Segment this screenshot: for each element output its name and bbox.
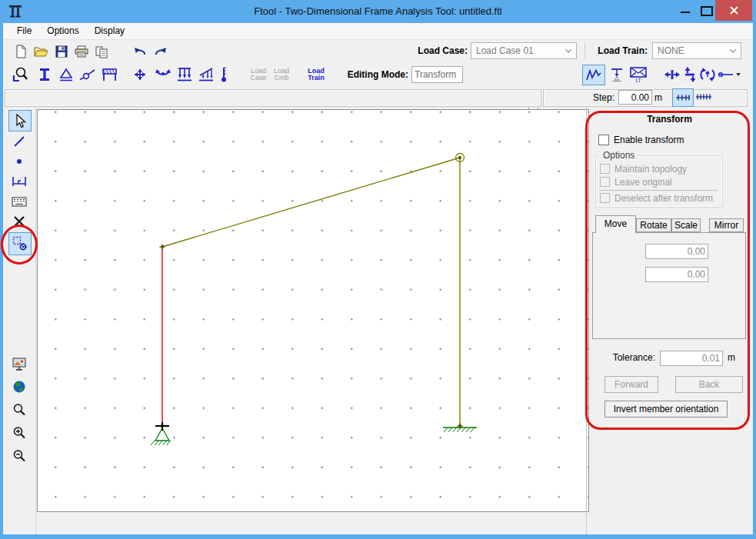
new-file-icon [15, 45, 28, 58]
maximize-button[interactable] [694, 0, 718, 21]
panel-title: Transform [589, 114, 750, 125]
close-button[interactable] [715, 0, 752, 21]
transform-panel: Transform Enable transform Options Maint… [589, 108, 750, 534]
dy-input[interactable]: 0.00 [645, 267, 708, 282]
step-grid-coarse-button[interactable] [672, 88, 694, 107]
member-orientation-dropdown[interactable] [717, 65, 741, 84]
inspect-icon [12, 66, 28, 83]
transform-tool-button[interactable] [8, 232, 32, 255]
i-beam-icon [38, 67, 51, 82]
chevron-down-icon [565, 49, 571, 53]
structure-svg [38, 110, 588, 511]
enable-transform-label: Enable transform [614, 135, 684, 145]
print-button[interactable] [72, 42, 91, 61]
deselect-after-checkbox[interactable] [600, 193, 610, 203]
zoom-in-button[interactable] [8, 423, 30, 443]
load-cmb-mode-button[interactable]: LoadCmb [271, 68, 292, 82]
close-icon [729, 5, 739, 15]
member-line-icon [13, 135, 25, 148]
deselect-after-label: Deselect after transform [614, 193, 713, 204]
moment-load-icon [154, 67, 172, 82]
load-case-mode-button[interactable]: LoadCase [248, 68, 269, 82]
maintain-topology-checkbox[interactable] [600, 164, 610, 174]
load-train-select[interactable]: NONE [652, 42, 741, 59]
zoom-window-button[interactable] [8, 400, 30, 420]
space-vertical-icon [684, 66, 697, 83]
redo-button[interactable] [152, 42, 170, 61]
minimize-icon [681, 12, 690, 13]
titlebar: Ftool - Two-Dimensional Frame Analysis T… [0, 0, 756, 23]
panel-divider [586, 108, 587, 534]
copy-button[interactable] [92, 42, 111, 61]
fit-view-button[interactable] [8, 354, 30, 374]
space-vertical-button[interactable] [683, 65, 698, 84]
invert-member-orientation-button[interactable]: Invert member orientation [604, 401, 728, 418]
load-train-mode-button[interactable]: LoadTrain [305, 68, 328, 82]
nodal-load-button[interactable] [131, 65, 149, 84]
influence-line-icon [586, 69, 601, 82]
uniform-load-button[interactable] [175, 65, 194, 84]
copy-icon [95, 45, 108, 58]
dimension-tool-button[interactable] [8, 171, 30, 191]
globe-icon [12, 380, 26, 394]
model-canvas[interactable] [37, 109, 589, 512]
world-view-button[interactable] [8, 377, 30, 397]
load-case-select[interactable]: Load Case 01 [471, 42, 577, 59]
space-horizontal-button[interactable] [663, 65, 681, 84]
save-button[interactable] [52, 42, 71, 61]
minimize-button[interactable] [674, 0, 697, 21]
linear-load-button[interactable] [197, 65, 215, 84]
select-tool-button[interactable] [8, 110, 32, 131]
leave-original-label: Leave original [614, 177, 672, 188]
bridge-tool-button[interactable] [100, 65, 118, 84]
tab-mirror[interactable]: Mirror [709, 218, 744, 232]
forward-button[interactable]: Forward [604, 376, 658, 393]
chevron-down-icon [730, 49, 736, 53]
toolbar-divider [584, 43, 585, 58]
tab-rotate[interactable]: Rotate [636, 218, 671, 232]
step-input[interactable]: 0.00 [618, 90, 652, 105]
load-case-value: Load Case 01 [476, 45, 534, 56]
hinge-tool-button[interactable] [78, 65, 97, 84]
delete-tool-button[interactable] [8, 211, 30, 231]
menu-file[interactable]: File [9, 23, 39, 39]
envelope-button[interactable]: LT [628, 65, 649, 84]
support-tool-button[interactable] [57, 65, 75, 84]
section-properties-button[interactable] [35, 65, 54, 84]
zoom-out-button[interactable] [8, 446, 30, 466]
back-button[interactable]: Back [675, 376, 743, 393]
load-train-position-button[interactable] [607, 65, 627, 84]
step-coarse-icon [675, 94, 691, 101]
tab-scale[interactable]: Scale [671, 218, 701, 232]
insert-member-tool-button[interactable] [8, 131, 30, 151]
magnifier-icon [12, 403, 26, 417]
left-toolbar [3, 108, 36, 534]
dx-input[interactable]: 0.00 [645, 244, 708, 259]
envelope-lt-icon: LT [629, 66, 648, 83]
transform-icon [12, 236, 28, 251]
open-folder-icon [34, 45, 48, 58]
ftool-window: { "titlebar": { "title": "Ftool - Two-Di… [0, 0, 756, 539]
step-grid-fine-button[interactable] [694, 88, 714, 105]
leave-original-checkbox[interactable] [600, 177, 610, 187]
new-file-button[interactable] [12, 42, 30, 61]
nodal-load-icon [132, 66, 148, 83]
rotate-selection-button[interactable] [698, 65, 717, 84]
keyboard-input-tool-button[interactable] [8, 191, 30, 211]
material-properties-button[interactable] [11, 65, 29, 84]
menu-display[interactable]: Display [87, 23, 132, 39]
open-file-button[interactable] [32, 42, 50, 61]
tolerance-input[interactable]: 0.01 [660, 351, 723, 366]
temperature-load-button[interactable] [218, 65, 229, 84]
envelope-tag-text: LT [635, 78, 641, 83]
insert-node-tool-button[interactable] [8, 151, 30, 171]
undo-button[interactable] [131, 42, 149, 61]
moment-load-button[interactable] [154, 65, 172, 84]
influence-line-button[interactable] [582, 65, 605, 85]
load-case-label: Load Case: [415, 40, 468, 62]
toolbar-file: Load Case: Load Case 01 Load Train: NONE [3, 40, 753, 62]
tab-move[interactable]: Move [595, 215, 636, 233]
menubar: File Options Display [3, 23, 753, 40]
enable-transform-checkbox[interactable] [598, 135, 609, 145]
menu-options[interactable]: Options [39, 23, 86, 39]
